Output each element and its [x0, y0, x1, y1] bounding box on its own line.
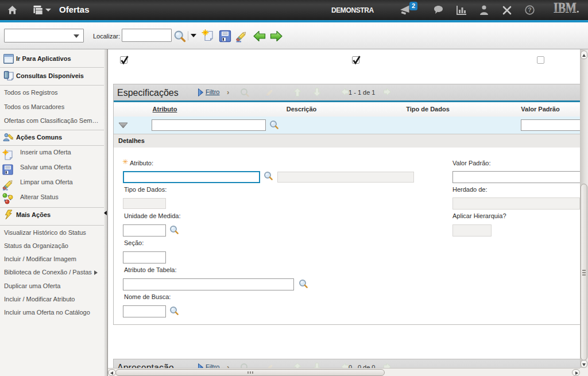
- svg-text:?: ?: [528, 6, 531, 13]
- svg-text:IBM: IBM: [554, 2, 577, 15]
